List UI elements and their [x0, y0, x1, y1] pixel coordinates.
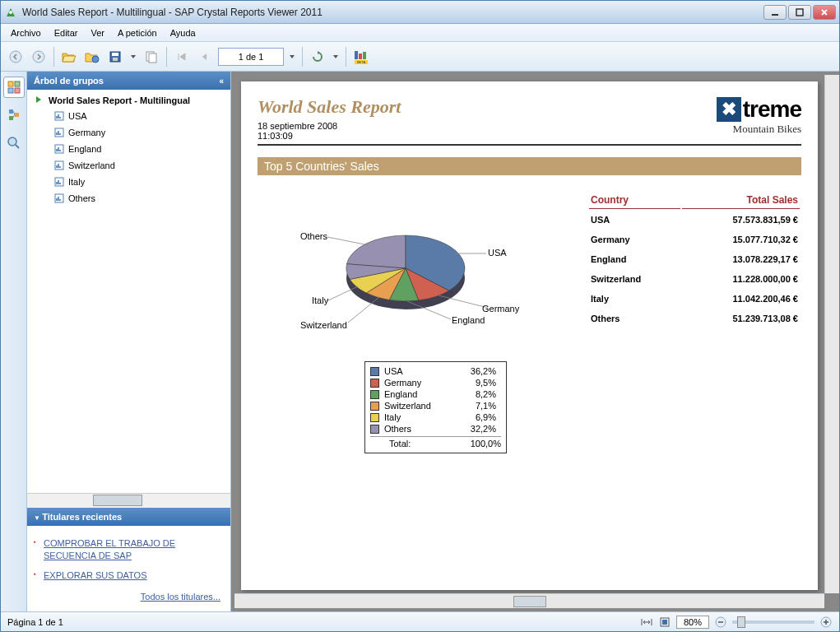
- scrollbar-thumb[interactable]: [513, 596, 546, 607]
- tree-item-label: Germany: [68, 128, 105, 137]
- section-title: Top 5 Countries' Sales: [258, 157, 801, 175]
- svg-rect-8: [112, 53, 118, 56]
- save-dropdown[interactable]: [128, 53, 138, 60]
- nav-forward-button[interactable]: [29, 47, 49, 67]
- menu-ver[interactable]: Ver: [84, 26, 111, 40]
- legend-swatch: [370, 425, 379, 434]
- pie-label-usa: USA: [488, 248, 507, 258]
- group-tree[interactable]: World Sales Report - Multilingual USA Ge…: [27, 90, 230, 493]
- zoom-slider-thumb[interactable]: [737, 616, 745, 628]
- legend-row: USA36,2%: [370, 365, 501, 377]
- save-button[interactable]: [105, 47, 125, 67]
- table-row: Switzerland11.228.000,00 €: [589, 270, 800, 288]
- recent-link-1[interactable]: COMPROBAR EL TRABAJO DE SECUENCIA DE SAP: [34, 534, 224, 566]
- group-tree-header: Árbol de grupos «: [27, 72, 230, 90]
- titlebar[interactable]: World Sales Report - Multilingual - SAP …: [1, 1, 839, 24]
- svg-rect-22: [15, 113, 19, 117]
- separator: [302, 47, 303, 67]
- tree-item-england[interactable]: England: [30, 141, 227, 157]
- recent-header[interactable]: ▼ Titulares recientes: [27, 508, 230, 526]
- rail-find-button[interactable]: [3, 132, 25, 154]
- report-header: World Sales Report 18 septiembre 2008 11…: [258, 96, 801, 146]
- pie-label-switzerland: Switzerland: [300, 320, 347, 330]
- menu-editar[interactable]: Editar: [48, 26, 85, 40]
- svg-point-24: [8, 137, 16, 146]
- tree-item-label: Others: [68, 193, 95, 203]
- menu-ayuda[interactable]: Ayuda: [164, 26, 202, 40]
- rail-group-tree-button[interactable]: [3, 77, 25, 98]
- report-icon: [53, 143, 65, 155]
- tree-item-label: Italy: [68, 177, 85, 187]
- fit-width-icon[interactable]: [640, 616, 653, 629]
- report-page: World Sales Report 18 septiembre 2008 11…: [241, 81, 818, 590]
- open-button[interactable]: [59, 47, 79, 67]
- table-row: Others51.239.713,08 €: [589, 309, 800, 328]
- recent-body: COMPROBAR EL TRABAJO DE SECUENCIA DE SAP…: [27, 526, 230, 611]
- tree-item-switzerland[interactable]: Switzerland: [30, 157, 227, 174]
- tree-horizontal-scrollbar[interactable]: [27, 493, 230, 508]
- page-dropdown[interactable]: [287, 53, 297, 60]
- svg-rect-19: [8, 88, 13, 93]
- svg-point-1: [9, 11, 12, 14]
- tree-item-label: England: [68, 144, 101, 154]
- separator: [346, 47, 346, 67]
- svg-rect-2: [772, 14, 778, 16]
- svg-text:BETA: BETA: [357, 60, 365, 64]
- minimize-button[interactable]: [763, 5, 787, 20]
- chart-column: USA Germany England Switzerland Italy Ot…: [258, 190, 568, 355]
- legend-swatch: [370, 367, 379, 376]
- table-row: England13.078.229,17 €: [589, 250, 800, 268]
- scrollbar-thumb[interactable]: [93, 495, 142, 506]
- svg-rect-11: [149, 53, 156, 63]
- report-date: 18 septiembre 2008: [258, 121, 401, 131]
- horizontal-scrollbar[interactable]: [234, 593, 824, 608]
- zoom-in-button[interactable]: [819, 616, 833, 629]
- beta-button[interactable]: BETA: [351, 47, 371, 67]
- zoom-out-button[interactable]: [714, 616, 727, 629]
- recent-link-2[interactable]: EXPLORAR SUS DATOS: [34, 566, 224, 585]
- legend-row: Switzerland7,1%: [370, 400, 501, 411]
- app-icon: [4, 6, 17, 19]
- svg-point-4: [10, 51, 21, 63]
- vertical-scrollbar[interactable]: [824, 75, 839, 593]
- refresh-button[interactable]: [308, 47, 327, 67]
- svg-rect-17: [8, 81, 13, 86]
- legend-total: Total:100,0%: [370, 436, 501, 449]
- tree-item-germany[interactable]: Germany: [30, 124, 227, 141]
- pie-chart: USA Germany England Switzerland Italy Ot…: [274, 190, 537, 355]
- zoom-slider[interactable]: [732, 620, 814, 624]
- collapse-icon[interactable]: «: [219, 77, 224, 86]
- close-button[interactable]: [813, 5, 836, 20]
- menu-apeticion[interactable]: A petición: [111, 26, 164, 40]
- zoom-level[interactable]: 80%: [676, 616, 709, 629]
- legend-swatch: [370, 379, 379, 388]
- all-headlines-link[interactable]: Todos los titulares...: [34, 585, 224, 605]
- svg-line-35: [348, 297, 379, 323]
- prev-page-button[interactable]: [195, 47, 215, 67]
- header-country: Country: [589, 192, 680, 209]
- first-page-button[interactable]: [172, 47, 192, 67]
- pie-label-germany: Germany: [482, 304, 519, 314]
- page-input[interactable]: [218, 48, 284, 66]
- legend-row: Italy6,9%: [370, 411, 501, 423]
- open-recent-button[interactable]: [82, 47, 102, 67]
- tree-root[interactable]: World Sales Report - Multilingual: [30, 93, 227, 108]
- tree-item-italy[interactable]: Italy: [30, 174, 227, 190]
- refresh-dropdown[interactable]: [331, 53, 341, 60]
- rail-parameters-button[interactable]: [3, 105, 25, 126]
- recent-title: Titulares recientes: [42, 512, 122, 522]
- logo-text: treme: [743, 96, 801, 123]
- tree-item-others[interactable]: Others: [30, 190, 227, 207]
- report-icon: [53, 193, 65, 204]
- fit-page-icon[interactable]: [658, 616, 671, 629]
- maximize-button[interactable]: [788, 5, 811, 20]
- pie-label-italy: Italy: [312, 295, 328, 305]
- tree-item-usa[interactable]: USA: [30, 108, 227, 124]
- recent-panel: ▼ Titulares recientes COMPROBAR EL TRABA…: [27, 508, 230, 611]
- pie-label-others: Others: [300, 231, 327, 241]
- nav-back-button[interactable]: [6, 47, 26, 67]
- arrow-right-icon: [34, 95, 45, 106]
- copy-button[interactable]: [142, 47, 161, 67]
- window-title: World Sales Report - Multilingual - SAP …: [22, 7, 763, 18]
- menu-archivo[interactable]: Archivo: [4, 26, 48, 40]
